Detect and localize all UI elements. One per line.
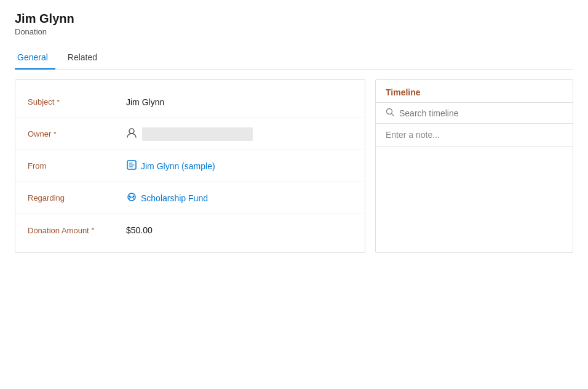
record-type: Donation <box>15 27 573 36</box>
subject-required: * <box>57 98 59 106</box>
from-label: From <box>28 161 126 170</box>
subject-value[interactable]: Jim Glynn <box>126 97 352 107</box>
record-header: Jim Glynn Donation <box>15 11 573 36</box>
owner-required: * <box>54 130 56 138</box>
field-row-regarding: Regarding Scholarship Fund <box>15 182 365 214</box>
donation-required: * <box>92 227 94 234</box>
regarding-entity-icon <box>126 191 137 204</box>
owner-bar <box>142 127 253 141</box>
subject-label: Subject * <box>28 97 126 106</box>
person-icon <box>126 127 137 141</box>
field-row-donation-amount: Donation Amount * $50.00 <box>15 214 365 246</box>
timeline-panel: Timeline Enter a note... <box>375 79 573 253</box>
donation-amount-value[interactable]: $50.00 <box>126 225 352 235</box>
form-card: Subject * Jim Glynn Owner * <box>15 79 365 253</box>
record-title: Jim Glynn <box>15 11 573 26</box>
page-container: Jim Glynn Donation General Related Subje… <box>0 0 588 264</box>
timeline-search-bar[interactable] <box>376 103 573 124</box>
svg-line-6 <box>392 114 394 116</box>
search-icon <box>386 108 394 118</box>
tabs-bar: General Related <box>15 47 573 70</box>
timeline-search-input[interactable] <box>399 108 563 118</box>
donation-amount-label: Donation Amount * <box>28 226 126 235</box>
timeline-note-placeholder[interactable]: Enter a note... <box>376 124 573 146</box>
owner-label: Owner * <box>28 129 126 138</box>
field-row-subject: Subject * Jim Glynn <box>15 86 365 118</box>
svg-point-0 <box>129 129 134 134</box>
from-value[interactable]: Jim Glynn (sample) <box>126 159 352 172</box>
field-row-owner: Owner * <box>15 118 365 150</box>
tab-related[interactable]: Related <box>65 47 105 70</box>
owner-value[interactable] <box>126 127 352 141</box>
timeline-header: Timeline <box>376 80 573 103</box>
from-entity-icon <box>126 159 137 172</box>
tab-general[interactable]: General <box>15 47 55 70</box>
regarding-value[interactable]: Scholarship Fund <box>126 191 352 204</box>
regarding-label: Regarding <box>28 193 126 203</box>
main-content: Subject * Jim Glynn Owner * <box>15 79 573 253</box>
field-row-from: From Jim Glynn (sample) <box>15 150 365 182</box>
